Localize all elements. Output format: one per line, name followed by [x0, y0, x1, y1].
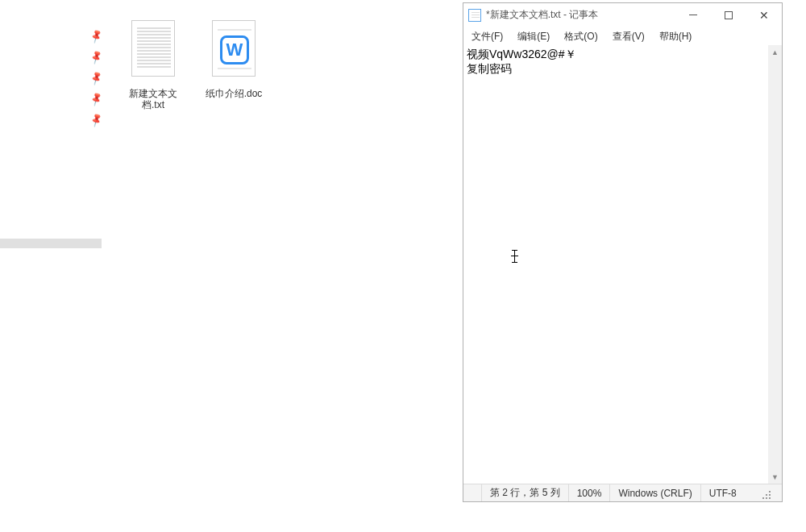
text-line: 复制密码 [467, 62, 512, 75]
pin-icon: 📌 [88, 28, 103, 44]
statusbar: 第 2 行，第 5 列 100% Windows (CRLF) UTF-8 [463, 484, 782, 501]
text-file-icon [127, 20, 179, 83]
close-icon: ✕ [759, 10, 769, 21]
menu-help[interactable]: 帮助(H) [654, 28, 697, 45]
pin-icon: 📌 [88, 112, 103, 127]
pin-column: 📌 📌 📌 📌 📌 [90, 31, 102, 126]
status-cursor-position: 第 2 行，第 5 列 [481, 484, 568, 501]
notepad-window[interactable]: *新建文本文档.txt - 记事本 ✕ 文件(F) 编辑(E) 格式(O) 查看… [463, 2, 783, 502]
pin-icon: 📌 [88, 49, 103, 64]
menu-view[interactable]: 查看(V) [608, 28, 650, 45]
menu-format[interactable]: 格式(O) [559, 28, 602, 45]
desktop-file-label: 纸巾介绍.doc [202, 88, 266, 99]
resize-grip-icon[interactable] [758, 486, 772, 501]
text-line: 视频VqWw3262@#￥ [467, 48, 576, 60]
close-button[interactable]: ✕ [746, 3, 782, 27]
word-badge-icon: W [220, 35, 249, 64]
menu-file[interactable]: 文件(F) [467, 28, 508, 45]
maximize-icon [725, 11, 733, 19]
scroll-faint-bar [0, 239, 102, 248]
status-grip-left [463, 484, 481, 501]
status-encoding: UTF-8 [700, 484, 782, 501]
menubar: 文件(F) 编辑(E) 格式(O) 查看(V) 帮助(H) [463, 27, 782, 45]
menu-edit[interactable]: 编辑(E) [513, 28, 555, 45]
notepad-app-icon [468, 9, 481, 22]
status-encoding-label: UTF-8 [709, 488, 737, 499]
vertical-scrollbar[interactable]: ▲ ▼ [768, 45, 782, 484]
desktop-file-txt[interactable]: 新建文本文档.txt [121, 20, 185, 110]
text-cursor-icon [511, 250, 519, 264]
desktop-file-label: 新建文本文档.txt [121, 88, 185, 110]
pin-icon: 📌 [88, 91, 103, 106]
word-file-icon: W [208, 20, 260, 83]
scroll-up-icon[interactable]: ▲ [768, 45, 782, 59]
text-editor[interactable]: 视频VqWw3262@#￥ 复制密码 ▲ ▼ [463, 45, 782, 484]
maximize-button[interactable] [711, 3, 746, 27]
scroll-down-icon[interactable]: ▼ [768, 470, 782, 484]
pin-icon: 📌 [88, 70, 103, 85]
minimize-icon [689, 15, 697, 15]
status-line-ending: Windows (CRLF) [609, 484, 700, 501]
desktop-area[interactable]: 📌 📌 📌 📌 📌 新建文本文档.txt W 纸巾介绍.doc *新建文本文档.… [0, 0, 806, 532]
desktop-file-doc[interactable]: W 纸巾介绍.doc [202, 20, 266, 99]
minimize-button[interactable] [675, 3, 711, 27]
status-zoom: 100% [568, 484, 610, 501]
window-title: *新建文本文档.txt - 记事本 [486, 8, 598, 22]
titlebar[interactable]: *新建文本文档.txt - 记事本 ✕ [463, 3, 782, 27]
